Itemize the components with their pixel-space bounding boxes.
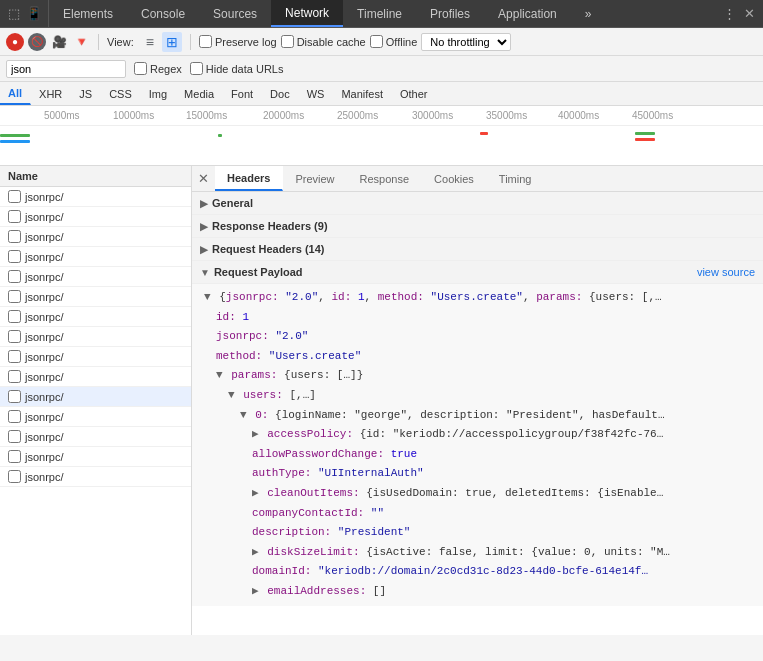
type-xhr[interactable]: XHR [31, 82, 71, 105]
email-key: emailAddresses: [267, 585, 373, 597]
payload-line-users: ▼ users: [,…] [192, 386, 763, 406]
payload-line-auth-type: authType: "UIInternalAuth" [192, 464, 763, 484]
list-item[interactable]: jsonrpc/ [0, 227, 191, 247]
tab-network[interactable]: Network [271, 0, 343, 27]
disable-cache-checkbox[interactable] [281, 35, 294, 48]
tri-users[interactable]: ▼ [228, 389, 235, 401]
camera-button[interactable]: 🎥 [50, 33, 68, 51]
list-item[interactable]: jsonrpc/ [0, 267, 191, 287]
tab-response[interactable]: Response [348, 166, 423, 191]
payload-line-domain: domainId: "keriodb://domain/2c0cd31c-8d2… [192, 562, 763, 582]
tri-root[interactable]: ▼ [204, 291, 211, 303]
nav-tabs: Elements Console Sources Network Timelin… [49, 0, 715, 27]
list-item[interactable]: jsonrpc/ [0, 367, 191, 387]
search-input[interactable] [6, 60, 126, 78]
menu-icon[interactable]: ⋮ [721, 6, 737, 22]
offline-checkbox[interactable] [370, 35, 383, 48]
type-doc[interactable]: Doc [262, 82, 299, 105]
toolbar: ● 🚫 🎥 🔻 View: ≡ ⊞ Preserve log Disable c… [0, 28, 763, 56]
tri-clean-out[interactable]: ▶ [252, 487, 259, 499]
list-item[interactable]: jsonrpc/ [0, 447, 191, 467]
stop-button[interactable]: 🚫 [28, 33, 46, 51]
close-panel-button[interactable]: ✕ [192, 169, 215, 188]
separator-2 [190, 34, 191, 50]
throttle-select[interactable]: No throttling [421, 33, 511, 51]
tab-sources[interactable]: Sources [199, 0, 271, 27]
payload-line-jsonrpc: jsonrpc: "2.0" [192, 327, 763, 347]
general-section-header[interactable]: ▶ General [192, 192, 763, 215]
request-headers-section-header[interactable]: ▶ Request Headers (14) [192, 238, 763, 261]
list-item[interactable]: jsonrpc/ [0, 407, 191, 427]
payload-line-clean-out: ▶ cleanOutItems: {isUsedDomain: true, de… [192, 484, 763, 504]
view-source-link[interactable]: view source [697, 266, 755, 278]
domain-val: "keriodb://domain/2c0cd31c-8d23-44d0-bcf… [318, 565, 648, 577]
type-ws[interactable]: WS [299, 82, 334, 105]
preserve-log-checkbox[interactable] [199, 35, 212, 48]
response-headers-section-header[interactable]: ▶ Response Headers (9) [192, 215, 763, 238]
disable-cache-label[interactable]: Disable cache [281, 35, 366, 48]
request-headers-label: Request Headers (14) [212, 243, 325, 255]
tab-preview[interactable]: Preview [283, 166, 347, 191]
tab-headers[interactable]: Headers [215, 166, 283, 191]
type-font[interactable]: Font [223, 82, 262, 105]
type-other[interactable]: Other [392, 82, 437, 105]
mobile-icon[interactable]: 📱 [26, 6, 42, 22]
list-item[interactable]: jsonrpc/ [0, 247, 191, 267]
tri-0[interactable]: ▼ [240, 409, 247, 421]
list-item[interactable]: jsonrpc/ [0, 327, 191, 347]
list-item[interactable]: jsonrpc/ [0, 347, 191, 367]
tri-email[interactable]: ▶ [252, 585, 259, 597]
separator-1 [98, 34, 99, 50]
type-css[interactable]: CSS [101, 82, 141, 105]
regex-label[interactable]: Regex [134, 62, 182, 75]
payload-line-disk: ▶ diskSizeLimit: {isActive: false, limit… [192, 543, 763, 563]
payload-line-id: id: 1 [192, 308, 763, 328]
type-all[interactable]: All [0, 82, 31, 105]
view-list-button[interactable]: ≡ [142, 32, 158, 52]
access-policy-val: {id: "keriodb://accesspolicygroup/f38f42… [360, 428, 664, 440]
list-item[interactable]: jsonrpc/ [0, 287, 191, 307]
type-media[interactable]: Media [176, 82, 223, 105]
tab-cookies[interactable]: Cookies [422, 166, 487, 191]
response-headers-arrow: ▶ [200, 221, 208, 232]
tri-params[interactable]: ▼ [216, 369, 223, 381]
request-headers-arrow: ▶ [200, 244, 208, 255]
hide-data-urls-checkbox[interactable] [190, 62, 203, 75]
main-area: Name jsonrpc/ jsonrpc/ jsonrpc/ jsonrpc/… [0, 166, 763, 635]
tab-timing[interactable]: Timing [487, 166, 545, 191]
company-val: "" [371, 507, 384, 519]
list-item[interactable]: jsonrpc/ [0, 207, 191, 227]
list-item[interactable]: jsonrpc/ [0, 467, 191, 487]
type-img[interactable]: Img [141, 82, 176, 105]
tab-elements[interactable]: Elements [49, 0, 127, 27]
list-item[interactable]: jsonrpc/ [0, 307, 191, 327]
users-val: [,…] [289, 389, 315, 401]
close-icon[interactable]: ✕ [741, 6, 757, 22]
tab-application[interactable]: Application [484, 0, 571, 27]
list-item[interactable]: jsonrpc/ [0, 187, 191, 207]
tri-disk[interactable]: ▶ [252, 546, 259, 558]
tab-console[interactable]: Console [127, 0, 199, 27]
hide-data-urls-label[interactable]: Hide data URLs [190, 62, 284, 75]
type-manifest[interactable]: Manifest [333, 82, 392, 105]
tri-access[interactable]: ▶ [252, 428, 259, 440]
tab-profiles[interactable]: Profiles [416, 0, 484, 27]
tab-timeline[interactable]: Timeline [343, 0, 416, 27]
tab-more[interactable]: » [571, 0, 606, 27]
request-payload-section-header[interactable]: ▼ Request Payload view source [192, 261, 763, 284]
id-val: 1 [242, 311, 249, 323]
type-js[interactable]: JS [71, 82, 101, 105]
tick-45000: 45000ms [632, 110, 673, 121]
payload-line-desc: description: "President" [192, 523, 763, 543]
tick-10000: 10000ms [113, 110, 154, 121]
view-panel-button[interactable]: ⊞ [162, 32, 182, 52]
offline-label[interactable]: Offline [370, 35, 418, 48]
filter-button[interactable]: 🔻 [72, 33, 90, 51]
preserve-log-label[interactable]: Preserve log [199, 35, 277, 48]
regex-checkbox[interactable] [134, 62, 147, 75]
allow-pw-val: true [391, 448, 417, 460]
dock-icon[interactable]: ⬚ [6, 6, 22, 22]
list-item[interactable]: jsonrpc/ [0, 427, 191, 447]
list-item-selected[interactable]: jsonrpc/ [0, 387, 191, 407]
record-button[interactable]: ● [6, 33, 24, 51]
